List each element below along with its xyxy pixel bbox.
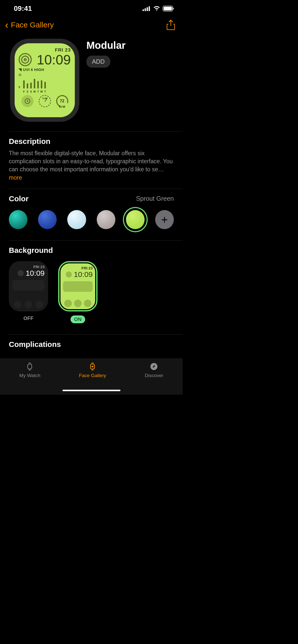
description-text: The most flexible digital-style face, Mo… [9, 149, 174, 182]
svg-rect-6 [173, 8, 174, 10]
mini-watch-on: FRI 23 10:09 [58, 261, 97, 311]
watch-face: FRI 23 10:09 ◥ UVI 6 HIGH 110 F S S M T … [15, 43, 75, 117]
color-heading: Color [9, 194, 28, 203]
background-option-on[interactable]: FRI 23 10:09 ON [58, 261, 97, 323]
color-swatch[interactable] [67, 210, 86, 229]
mini-watch-off: FRI 23 10:09 [9, 261, 48, 311]
status-bar: 09:41 [0, 0, 183, 15]
back-button[interactable]: ‹ Face Gallery [5, 20, 54, 30]
color-swatch-selected[interactable] [126, 210, 145, 229]
background-option-off[interactable]: FRI 23 10:09 OFF [9, 261, 48, 323]
preview-time: 10:09 [37, 53, 71, 66]
status-right [143, 6, 174, 11]
nav-bar: ‹ Face Gallery [0, 15, 183, 34]
complications-section: Complications [0, 335, 183, 351]
wifi-icon [153, 6, 160, 11]
color-section: Color Sprout Green + [0, 189, 183, 232]
face-title: Modular [86, 40, 174, 51]
color-selected-label: Sprout Green [136, 195, 174, 202]
chevron-left-icon: ‹ [5, 20, 8, 30]
svg-rect-0 [143, 9, 144, 11]
svg-rect-2 [147, 7, 148, 11]
color-swatch[interactable] [38, 210, 57, 229]
more-button[interactable]: more [9, 174, 22, 181]
activity-rings-icon [19, 53, 32, 66]
watch-icon [25, 362, 34, 371]
description-section: Description The most flexible digital-st… [0, 132, 183, 184]
svg-point-10 [92, 366, 93, 367]
preview-uvi: ◥ UVI 6 HIGH [19, 67, 71, 72]
svg-rect-5 [164, 7, 172, 10]
add-button[interactable]: ADD [86, 56, 110, 68]
add-color-button[interactable]: + [155, 210, 174, 229]
tab-bar: My Watch Face Gallery Discover [0, 358, 183, 395]
background-on-label: ON [71, 315, 85, 323]
svg-rect-1 [145, 8, 146, 11]
tab-label: My Watch [19, 373, 41, 378]
home-indicator [62, 390, 120, 391]
battery-icon [163, 6, 174, 11]
preview-chart: 110 F S S M T W T [19, 73, 71, 89]
tab-discover[interactable]: Discover [145, 362, 163, 378]
face-header: FRI 23 10:09 ◥ UVI 6 HIGH 110 F S S M T … [0, 34, 183, 127]
color-swatches: + [9, 210, 174, 229]
watch-face-icon [88, 362, 97, 371]
compass-icon: CUP [39, 95, 51, 107]
background-section: Background FRI 23 10:09 OFF FRI 23 10:09… [0, 240, 183, 326]
color-swatch[interactable] [9, 210, 27, 229]
color-swatch[interactable] [97, 210, 115, 229]
svg-rect-8 [28, 364, 32, 369]
tab-label: Discover [145, 373, 163, 378]
cellular-icon [143, 6, 151, 11]
background-heading: Background [9, 246, 174, 255]
status-time: 09:41 [14, 5, 32, 13]
tab-label: Face Gallery [79, 373, 106, 378]
share-icon[interactable] [167, 20, 175, 30]
compass-icon [150, 362, 158, 371]
tab-my-watch[interactable]: My Watch [19, 362, 41, 378]
description-heading: Description [9, 137, 174, 146]
complications-heading: Complications [9, 340, 174, 349]
watch-preview: FRI 23 10:09 ◥ UVI 6 HIGH 110 F S S M T … [10, 39, 79, 122]
timer-icon [21, 95, 34, 107]
tab-face-gallery[interactable]: Face Gallery [79, 362, 106, 378]
svg-rect-3 [149, 6, 150, 11]
weather-icon: 7264 88 [56, 95, 68, 107]
back-label: Face Gallery [11, 21, 54, 29]
background-off-label: OFF [23, 315, 34, 321]
